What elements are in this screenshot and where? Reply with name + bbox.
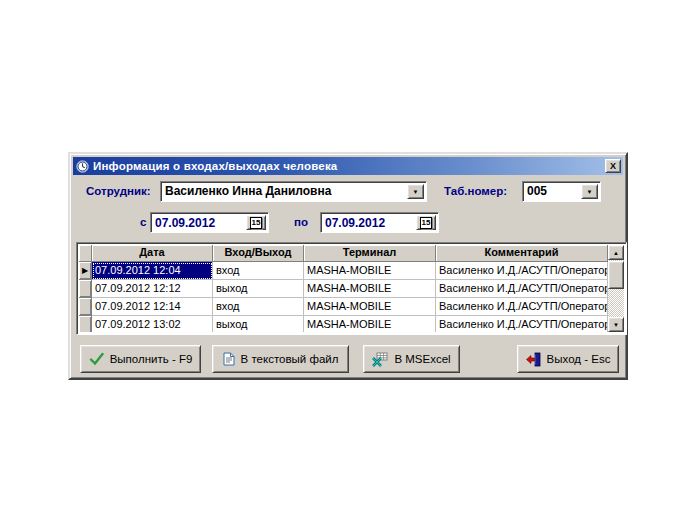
grid-header-direction[interactable]: Вход/Выход [213, 245, 304, 262]
row-pointer-icon: ▶ [79, 262, 92, 280]
cell-comment[interactable]: Василенко И.Д./АСУТП/Оператор [436, 298, 608, 316]
close-button[interactable]: X [605, 159, 621, 173]
employee-label: Сотрудник: [86, 185, 151, 197]
table-row[interactable]: 07.09.2012 12:14 вход MASHA-MOBILE Васил… [79, 298, 608, 316]
cell-terminal[interactable]: MASHA-MOBILE [304, 316, 436, 332]
cell-comment[interactable]: Василенко И.Д./АСУТП/Оператор [436, 262, 608, 280]
chevron-down-icon[interactable]: ▼ [581, 184, 598, 199]
employee-value: Василенко Инна Даниловна [161, 182, 426, 201]
cell-terminal[interactable]: MASHA-MOBILE [304, 280, 436, 298]
events-grid: Дата Вход/Выход Терминал Комментарий ▶ 0… [76, 242, 627, 335]
date-to-field[interactable]: 07.09.2012 15 [320, 212, 439, 233]
scroll-down-icon[interactable]: ▼ [608, 317, 624, 332]
cell-date[interactable]: 07.09.2012 12:14 [92, 298, 213, 316]
excel-icon [372, 352, 388, 367]
cell-date[interactable]: 07.09.2012 12:04 [92, 262, 213, 280]
execute-button-label: Выполнить - F9 [110, 353, 193, 365]
row-indicator [79, 316, 92, 332]
calendar-icon: 15 [250, 217, 262, 229]
date-from-value: 07.09.2012 [155, 216, 215, 230]
table-row[interactable]: 07.09.2012 12:12 выход MASHA-MOBILE Васи… [79, 280, 608, 298]
cell-comment[interactable]: Василенко И.Д./АСУТП/Оператор [436, 280, 608, 298]
cell-comment[interactable]: Василенко И.Д./АСУТП/Оператор [436, 316, 608, 332]
date-to-calendar-button[interactable]: 15 [416, 215, 436, 230]
grid-header-row: Дата Вход/Выход Терминал Комментарий [79, 245, 608, 262]
employee-combobox[interactable]: Василенко Инна Даниловна ▼ [160, 181, 427, 202]
cell-date[interactable]: 07.09.2012 13:02 [92, 316, 213, 332]
vertical-scrollbar[interactable]: ▲ ▼ [608, 245, 624, 332]
date-to-value: 07.09.2012 [325, 216, 385, 230]
text-file-button[interactable]: В текстовый файл [212, 345, 349, 373]
check-icon [89, 352, 104, 366]
cell-direction[interactable]: выход [213, 280, 304, 298]
titlebar[interactable]: Информация о входах/выходах человека X [73, 157, 623, 175]
table-row[interactable]: 07.09.2012 13:02 выход MASHA-MOBILE Васи… [79, 316, 608, 332]
excel-button[interactable]: В MSExcel [363, 345, 460, 373]
scrollbar-thumb[interactable] [608, 261, 624, 289]
excel-button-label: В MSExcel [394, 353, 450, 365]
row-indicator [79, 280, 92, 298]
date-from-label: с [140, 216, 146, 228]
row-indicator [79, 298, 92, 316]
cell-direction[interactable]: вход [213, 262, 304, 280]
window-title: Информация о входах/выходах человека [93, 160, 337, 172]
table-row[interactable]: ▶ 07.09.2012 12:04 вход MASHA-MOBILE Вас… [79, 262, 608, 280]
desktop: { "window": { "title": "Информация о вхо… [0, 0, 700, 532]
grid-header-comment[interactable]: Комментарий [436, 245, 608, 262]
cell-terminal[interactable]: MASHA-MOBILE [304, 262, 436, 280]
tab-number-label: Таб.номер: [444, 185, 507, 197]
dialog-window: Информация о входах/выходах человека X С… [68, 152, 628, 380]
cell-terminal[interactable]: MASHA-MOBILE [304, 298, 436, 316]
calendar-icon: 15 [420, 217, 432, 229]
document-icon [223, 352, 235, 366]
grid-header-indicator [79, 245, 92, 262]
date-from-field[interactable]: 07.09.2012 15 [150, 212, 269, 233]
cell-direction[interactable]: вход [213, 298, 304, 316]
date-from-calendar-button[interactable]: 15 [246, 215, 266, 230]
tab-number-combobox[interactable]: 005 ▼ [522, 181, 601, 202]
clock-icon [76, 160, 89, 173]
text-file-button-label: В текстовый файл [241, 353, 339, 365]
chevron-down-icon[interactable]: ▼ [407, 184, 424, 199]
execute-button[interactable]: Выполнить - F9 [80, 345, 201, 373]
grid-header-date[interactable]: Дата [92, 245, 213, 262]
scroll-up-icon[interactable]: ▲ [608, 245, 624, 260]
exit-door-icon [526, 352, 541, 367]
exit-button[interactable]: Выход - Esc [517, 345, 619, 373]
cell-date[interactable]: 07.09.2012 12:12 [92, 280, 213, 298]
cell-direction[interactable]: выход [213, 316, 304, 332]
grid-header-terminal[interactable]: Терминал [304, 245, 436, 262]
date-to-label: по [294, 216, 308, 228]
exit-button-label: Выход - Esc [547, 353, 611, 365]
